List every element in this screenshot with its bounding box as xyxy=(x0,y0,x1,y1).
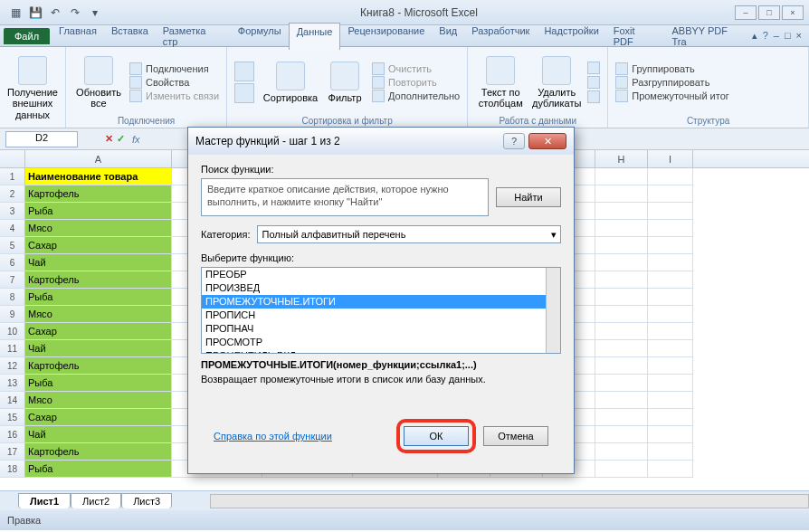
row-header[interactable]: 13 xyxy=(0,375,25,392)
cell[interactable] xyxy=(595,392,648,409)
cell[interactable] xyxy=(648,340,693,357)
row-header[interactable]: 3 xyxy=(0,203,25,220)
cell[interactable] xyxy=(595,289,648,306)
cell[interactable] xyxy=(595,375,648,392)
remove-duplicates-button[interactable]: Удалить дубликаты xyxy=(531,56,582,109)
row-header[interactable]: 8 xyxy=(0,289,25,306)
close-button[interactable]: × xyxy=(782,5,804,20)
help-icon[interactable]: ? xyxy=(763,30,768,42)
group-button[interactable]: Группировать xyxy=(615,62,729,75)
tab-foxit pdf[interactable]: Foxit PDF xyxy=(606,23,665,50)
tab-разработчик[interactable]: Разработчик xyxy=(464,23,537,50)
cancel-button[interactable]: Отмена xyxy=(483,426,548,446)
qat-dropdown-icon[interactable]: ▾ xyxy=(87,5,103,21)
cell[interactable]: Картофель xyxy=(25,271,172,289)
cell[interactable] xyxy=(595,340,648,357)
cell[interactable] xyxy=(648,185,693,203)
cell[interactable] xyxy=(595,185,648,203)
row-header[interactable]: 12 xyxy=(0,357,25,375)
cell[interactable]: Рыба xyxy=(25,203,172,220)
col-header[interactable]: I xyxy=(648,150,693,167)
cell[interactable] xyxy=(595,409,648,426)
tab-abbyy pdf tra[interactable]: ABBYY PDF Tra xyxy=(664,23,751,50)
cell[interactable] xyxy=(648,426,693,443)
tab-вид[interactable]: Вид xyxy=(432,23,464,50)
search-function-input[interactable]: Введите краткое описание действия, котор… xyxy=(201,178,489,216)
tab-главная[interactable]: Главная xyxy=(52,23,104,50)
cell[interactable] xyxy=(648,357,693,375)
sheet-tab[interactable]: Лист3 xyxy=(121,493,172,508)
doc-restore-icon[interactable]: □ xyxy=(785,30,791,42)
cell[interactable] xyxy=(595,271,648,289)
function-item[interactable]: ПРОЦЕНТИЛЬ.ВКЛ xyxy=(202,349,560,354)
row-header[interactable]: 6 xyxy=(0,254,25,271)
function-item[interactable]: ПРОПНАЧ xyxy=(202,322,560,336)
refresh-all-button[interactable]: Обновить все xyxy=(73,56,124,109)
cell[interactable]: Картофель xyxy=(25,357,172,375)
validation-icon[interactable] xyxy=(587,62,600,74)
function-item[interactable]: ПРОСМОТР xyxy=(202,336,560,349)
cell[interactable] xyxy=(595,357,648,375)
cell[interactable] xyxy=(595,306,648,323)
cell[interactable] xyxy=(648,203,693,220)
cell[interactable] xyxy=(595,254,648,271)
ungroup-button[interactable]: Разгруппировать xyxy=(615,76,729,89)
tab-данные[interactable]: Данные xyxy=(289,23,341,50)
horizontal-scrollbar[interactable] xyxy=(210,494,809,508)
function-item[interactable]: ПРОИЗВЕД xyxy=(202,281,560,295)
cell[interactable]: Сахар xyxy=(25,323,172,340)
help-link[interactable]: Справка по этой функции xyxy=(214,431,332,442)
maximize-button[interactable]: □ xyxy=(758,5,780,20)
dialog-help-button[interactable]: ? xyxy=(503,133,525,149)
cell[interactable]: Картофель xyxy=(25,443,172,461)
cell[interactable] xyxy=(648,375,693,392)
tab-вставка[interactable]: Вставка xyxy=(104,23,156,50)
cell[interactable]: Мясо xyxy=(25,392,172,409)
cell[interactable] xyxy=(595,426,648,443)
sort-button[interactable]: Сортировка xyxy=(263,62,318,103)
cell[interactable]: Мясо xyxy=(25,220,172,237)
cell[interactable]: Рыба xyxy=(25,461,172,478)
list-scrollbar[interactable] xyxy=(546,268,560,353)
cell[interactable] xyxy=(648,461,693,478)
doc-close-icon[interactable]: × xyxy=(796,30,802,42)
row-header[interactable]: 1 xyxy=(0,168,25,185)
sort-desc-icon[interactable] xyxy=(234,83,254,103)
function-item[interactable]: ПРОМЕЖУТОЧНЫЕ.ИТОГИ xyxy=(202,295,560,309)
cell[interactable] xyxy=(648,443,693,461)
cell[interactable] xyxy=(648,323,693,340)
reapply-button[interactable]: Повторить xyxy=(372,76,460,89)
sheet-tab[interactable]: Лист2 xyxy=(71,493,121,508)
cell[interactable]: Рыба xyxy=(25,289,172,306)
row-header[interactable]: 15 xyxy=(0,409,25,426)
row-header[interactable]: 17 xyxy=(0,443,25,461)
dialog-titlebar[interactable]: Мастер функций - шаг 1 из 2 ? ✕ xyxy=(188,128,574,155)
connections-button[interactable]: Подключения xyxy=(129,62,219,75)
function-item[interactable]: ПРОПИСН xyxy=(202,309,560,322)
cell[interactable] xyxy=(648,237,693,254)
cell[interactable]: Мясо xyxy=(25,306,172,323)
cell[interactable]: Картофель xyxy=(25,185,172,203)
cell[interactable]: Наименование товара xyxy=(25,168,172,185)
ribbon-minimize-icon[interactable]: ▴ xyxy=(752,30,757,42)
find-button[interactable]: Найти xyxy=(496,187,561,207)
get-external-data-button[interactable]: Получение внешних данных xyxy=(7,56,58,119)
cell[interactable] xyxy=(648,392,693,409)
row-header[interactable]: 14 xyxy=(0,392,25,409)
row-header[interactable]: 9 xyxy=(0,306,25,323)
cell[interactable] xyxy=(648,306,693,323)
edit-links-button[interactable]: Изменить связи xyxy=(129,90,219,102)
properties-button[interactable]: Свойства xyxy=(129,76,219,89)
cell[interactable] xyxy=(648,254,693,271)
row-header[interactable]: 16 xyxy=(0,426,25,443)
sort-asc-icon[interactable] xyxy=(234,62,254,81)
cell[interactable] xyxy=(648,220,693,237)
col-header[interactable]: H xyxy=(595,150,648,167)
save-icon[interactable]: 💾 xyxy=(27,5,43,21)
advanced-filter-button[interactable]: Дополнительно xyxy=(372,90,460,102)
row-header[interactable]: 10 xyxy=(0,323,25,340)
ok-button[interactable]: ОК xyxy=(404,426,469,446)
col-header[interactable]: A xyxy=(25,150,172,167)
cell[interactable] xyxy=(648,409,693,426)
cell[interactable]: Чай xyxy=(25,340,172,357)
